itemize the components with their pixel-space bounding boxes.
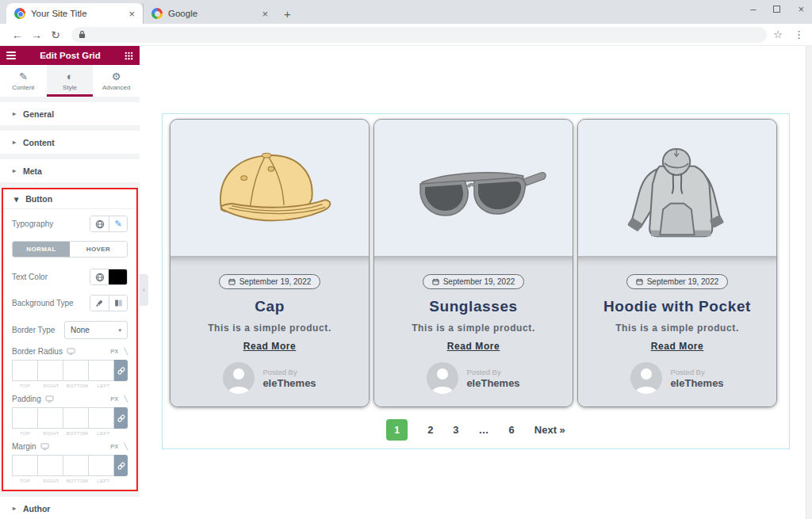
unit-px-button[interactable]: PX — [110, 443, 118, 450]
hamburger-menu-icon[interactable] — [6, 52, 16, 59]
post-title[interactable]: Hoodie with Pocket — [603, 298, 751, 315]
custom-unit-icon[interactable]: ╲ — [124, 395, 128, 403]
border-radius-label: Border Radius — [12, 347, 63, 356]
border-radius-bottom-input[interactable] — [63, 360, 89, 381]
read-more-link[interactable]: Read More — [651, 341, 704, 352]
next-page-link[interactable]: Next » — [534, 424, 565, 436]
margin-right-input[interactable] — [37, 455, 63, 476]
global-color-button[interactable] — [90, 269, 109, 284]
post-title[interactable]: Sunglasses — [429, 298, 518, 315]
margin-bottom-input[interactable] — [63, 455, 89, 476]
minimize-button[interactable]: – — [750, 3, 756, 15]
desktop-icon[interactable] — [45, 395, 54, 403]
link-values-button[interactable] — [114, 360, 128, 381]
tab-close-icon[interactable]: × — [127, 8, 136, 20]
cap-illustration — [194, 128, 345, 247]
read-more-link[interactable]: Read More — [447, 341, 500, 352]
margin-top-input[interactable] — [12, 455, 38, 476]
sunglasses-illustration — [398, 144, 549, 231]
border-radius-top-input[interactable] — [12, 360, 38, 381]
tab-close-icon[interactable]: × — [260, 8, 270, 20]
page-1-active[interactable]: 1 — [386, 419, 408, 441]
normal-state-tab[interactable]: NORMAL — [13, 242, 70, 257]
unit-px-button[interactable]: PX — [110, 395, 118, 403]
border-type-label: Border Type — [12, 326, 55, 334]
background-classic-button[interactable] — [90, 296, 109, 311]
border-radius-left-input[interactable] — [88, 360, 114, 381]
page-6[interactable]: 6 — [509, 424, 515, 436]
calendar-icon — [636, 278, 643, 285]
back-icon[interactable]: ← — [8, 29, 27, 41]
padding-label: Padding — [12, 395, 41, 403]
post-title[interactable]: Cap — [255, 298, 285, 315]
browser-tab-google[interactable]: Google × — [143, 3, 276, 24]
chevron-right-icon: ▸ — [13, 139, 16, 146]
chevron-left-icon: ‹ — [143, 286, 145, 294]
chevron-right-icon: ▸ — [13, 110, 16, 117]
tab-content[interactable]: ✎ Content — [0, 65, 47, 97]
post-grid-section: September 19, 2022 Cap This is a simple … — [162, 113, 790, 449]
padding-top-input[interactable] — [12, 407, 38, 429]
post-card-hoodie[interactable]: September 19, 2022 Hoodie with Pocket Th… — [577, 119, 777, 407]
state-tabs: NORMAL HOVER — [12, 241, 128, 258]
right-label: RIGHT — [38, 431, 64, 436]
author-avatar — [223, 362, 255, 394]
page-3[interactable]: 3 — [453, 424, 458, 436]
section-meta[interactable]: ▸ Meta — [0, 159, 140, 182]
padding-bottom-input[interactable] — [63, 407, 89, 429]
author-name: eleThemes — [670, 377, 723, 389]
maximize-button[interactable] — [773, 6, 780, 13]
section-content[interactable]: ▸ Content — [0, 131, 140, 154]
left-label: LEFT — [90, 479, 117, 483]
custom-unit-icon[interactable]: ╲ — [124, 348, 128, 355]
section-button[interactable]: ▾ Button — [3, 189, 136, 209]
unit-px-button[interactable]: PX — [110, 348, 118, 355]
border-type-select[interactable]: None ▾ — [64, 321, 128, 339]
posted-by-label: Posted By — [670, 368, 723, 376]
border-radius-right-input[interactable] — [37, 360, 63, 381]
browser-tab-site[interactable]: Your Site Title × — [6, 3, 143, 24]
text-color-swatch[interactable] — [109, 269, 127, 284]
tab-advanced[interactable]: ⚙ Advanced — [93, 65, 140, 97]
padding-right-input[interactable] — [37, 407, 63, 429]
chevron-right-icon: ▸ — [13, 167, 16, 174]
text-color-label: Text Color — [12, 273, 48, 281]
link-values-button[interactable] — [114, 455, 128, 476]
browser-menu-icon[interactable]: ⋮ — [794, 29, 804, 40]
padding-left-input[interactable] — [88, 407, 114, 429]
tab-label: Advanced — [102, 84, 131, 91]
post-card-sunglasses[interactable]: September 19, 2022 Sunglasses This is a … — [373, 119, 573, 407]
page-2[interactable]: 2 — [427, 424, 433, 436]
custom-unit-icon[interactable]: ╲ — [124, 443, 128, 450]
reload-icon[interactable]: ↻ — [46, 29, 65, 41]
background-gradient-button[interactable] — [109, 296, 127, 311]
post-thumbnail — [170, 120, 369, 256]
tab-label: Style — [63, 84, 77, 91]
posted-by-label: Posted By — [262, 368, 316, 376]
margin-left-input[interactable] — [88, 455, 114, 476]
read-more-link[interactable]: Read More — [243, 341, 297, 352]
site-favicon-icon — [14, 8, 25, 19]
tab-style[interactable]: ◐ Style — [47, 65, 94, 97]
section-general[interactable]: ▸ General — [0, 102, 140, 125]
hover-state-tab[interactable]: HOVER — [70, 242, 127, 257]
desktop-icon[interactable] — [67, 348, 75, 355]
bottom-label: BOTTOM — [64, 479, 90, 483]
elementor-panel: Edit Post Grid ✎ Content ◐ Style ⚙ Advan… — [0, 46, 140, 519]
new-tab-button[interactable]: + — [284, 7, 291, 24]
widgets-grid-icon[interactable] — [124, 52, 133, 60]
bookmark-star-icon[interactable]: ☆ — [773, 29, 783, 40]
author-name: eleThemes — [262, 377, 316, 389]
edit-typography-button[interactable]: ✎ — [109, 216, 127, 231]
address-bar[interactable] — [71, 27, 767, 43]
panel-collapse-handle[interactable]: ‹ — [140, 274, 148, 306]
desktop-icon[interactable] — [40, 443, 49, 450]
post-card-cap[interactable]: September 19, 2022 Cap This is a simple … — [170, 119, 370, 407]
post-card-body: September 19, 2022 Cap This is a simple … — [170, 256, 369, 406]
close-window-button[interactable]: × — [798, 3, 804, 15]
link-values-button[interactable] — [114, 407, 128, 429]
forward-icon[interactable]: → — [27, 29, 46, 41]
global-typography-button[interactable] — [90, 216, 109, 231]
scrollbar[interactable] — [806, 46, 812, 519]
section-author[interactable]: ▸ Author — [0, 497, 140, 519]
